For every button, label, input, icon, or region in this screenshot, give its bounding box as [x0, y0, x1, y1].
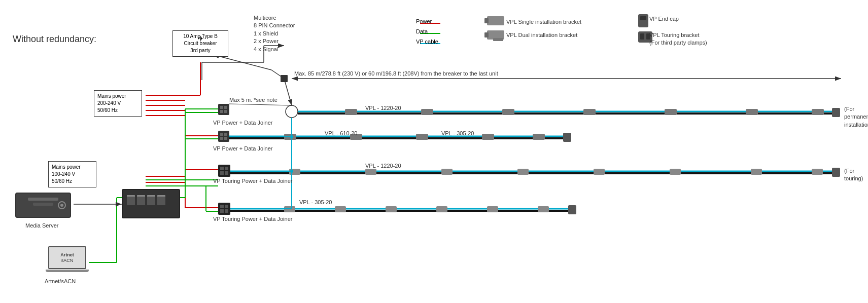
vp-end-cap-label: VP End cap: [649, 15, 679, 23]
joiner-label-row2: VP Power + Data Joiner: [213, 145, 273, 153]
svg-rect-40: [218, 104, 229, 115]
svg-rect-47: [218, 131, 229, 142]
svg-rect-54: [563, 133, 571, 142]
joiner-label-row3: VP Touring Power + Data Joiner: [213, 177, 292, 185]
svg-point-121: [290, 170, 293, 173]
svg-rect-41: [220, 106, 223, 109]
svg-rect-33: [583, 109, 596, 115]
svg-line-113: [229, 104, 292, 105]
svg-rect-95: [436, 206, 447, 212]
svg-rect-29: [832, 108, 840, 117]
svg-line-23: [271, 70, 284, 79]
joiner-label-row4: VP Touring Power + Data Joiner: [213, 215, 292, 223]
svg-rect-79: [812, 169, 823, 175]
svg-point-24: [286, 105, 298, 118]
svg-rect-43: [220, 110, 223, 113]
svg-rect-10: [484, 32, 489, 37]
svg-rect-59: [533, 134, 545, 140]
svg-rect-94: [386, 206, 397, 212]
svg-rect-30: [345, 109, 357, 115]
svg-rect-84: [218, 203, 230, 215]
svg-rect-49: [224, 133, 227, 136]
svg-rect-7: [487, 16, 504, 25]
vpl-label-row4: VPL - 305-20: [299, 199, 332, 206]
vpl-dual-bracket-label: VPL Dual installation bracket: [506, 31, 577, 39]
svg-rect-96: [487, 206, 498, 212]
svg-rect-91: [568, 205, 576, 214]
vpl-single-bracket-label: VPL Single installation bracket: [506, 18, 581, 26]
max-distance-label: Max. 85 m/278.8 ft (230 V) or 60 m/196.8…: [294, 70, 498, 78]
joiner-label-row1: VP Power + Data Joiner: [213, 119, 273, 127]
svg-rect-32: [502, 109, 514, 115]
svg-rect-68: [225, 171, 228, 175]
svg-rect-50: [220, 137, 223, 140]
vpl-label-row2b: VPL - 305-20: [441, 130, 474, 137]
svg-rect-31: [421, 109, 433, 115]
circuit-breaker-line3: 3rd party: [176, 47, 225, 54]
power-label: Power: [416, 18, 432, 24]
svg-point-120: [290, 135, 293, 138]
mains-power-top-box: Mains power 200-240 V 50/60 Hz: [94, 90, 142, 117]
svg-rect-9: [487, 30, 504, 40]
svg-rect-65: [220, 167, 224, 170]
svg-rect-75: [517, 169, 529, 175]
svg-rect-71: [832, 168, 840, 177]
mains-power-bottom-box: Mains power 100-240 V 50/60 Hz: [48, 161, 96, 187]
svg-rect-93: [335, 206, 346, 212]
diagram: Without redundancy: 10 Amp Type B Circui…: [0, 0, 868, 303]
vp-cable-label: VP cable: [416, 39, 438, 45]
media-server-device: [15, 193, 71, 218]
svg-rect-92: [284, 206, 295, 212]
page-title: Without redundancy:: [13, 33, 96, 46]
svg-rect-87: [220, 209, 224, 213]
svg-rect-12: [638, 14, 648, 27]
svg-rect-11: [493, 38, 503, 41]
svg-rect-58: [482, 134, 494, 140]
svg-rect-8: [484, 18, 489, 23]
annotation-row3: (For touring): [844, 167, 868, 183]
svg-rect-44: [224, 110, 227, 113]
vpl-label-row3: VPL - 1220-20: [365, 162, 401, 170]
svg-rect-74: [441, 169, 453, 175]
svg-rect-36: [812, 109, 824, 115]
svg-rect-85: [220, 205, 224, 208]
data-label: Data: [416, 28, 428, 34]
svg-rect-77: [670, 169, 681, 175]
network-switch: [122, 189, 180, 218]
svg-rect-48: [220, 133, 223, 136]
svg-rect-57: [416, 134, 428, 140]
breaker-icon: ✈: [198, 34, 204, 43]
svg-rect-64: [218, 165, 230, 177]
svg-rect-86: [225, 205, 228, 208]
media-server-label: Media Server: [25, 222, 58, 230]
svg-rect-55: [284, 134, 296, 140]
annotation-row1: (For permanent installations): [844, 105, 868, 129]
laptop: Artnet sACN: [46, 246, 89, 274]
svg-rect-78: [751, 169, 762, 175]
vpl-label-row1: VPL - 1220-20: [365, 104, 401, 112]
svg-rect-42: [224, 106, 227, 109]
svg-rect-35: [746, 109, 758, 115]
svg-rect-51: [224, 137, 227, 140]
svg-rect-13: [640, 16, 646, 20]
svg-line-25: [284, 79, 292, 105]
svg-rect-88: [225, 209, 228, 213]
svg-rect-26: [281, 75, 288, 82]
svg-line-22: [213, 55, 271, 70]
svg-rect-72: [289, 169, 300, 175]
svg-rect-34: [665, 109, 677, 115]
max-5m-label: Max 5 m. *see note: [229, 96, 277, 104]
artnet-label: Artnet/sACN: [45, 278, 76, 285]
svg-rect-66: [225, 167, 228, 170]
svg-rect-76: [594, 169, 605, 175]
svg-rect-97: [538, 206, 549, 212]
svg-rect-67: [220, 171, 224, 175]
vpl-touring-bracket-label: VPL Touring bracket (For third party cla…: [649, 31, 707, 47]
svg-rect-15: [640, 33, 644, 40]
vpl-label-row2a: VPL - 610-20: [325, 130, 357, 137]
multicore-label: Multicore 8 PIN Connector 1 x Shield 2 x…: [254, 14, 295, 53]
legend-area: Power Data VP cable: [416, 18, 438, 45]
